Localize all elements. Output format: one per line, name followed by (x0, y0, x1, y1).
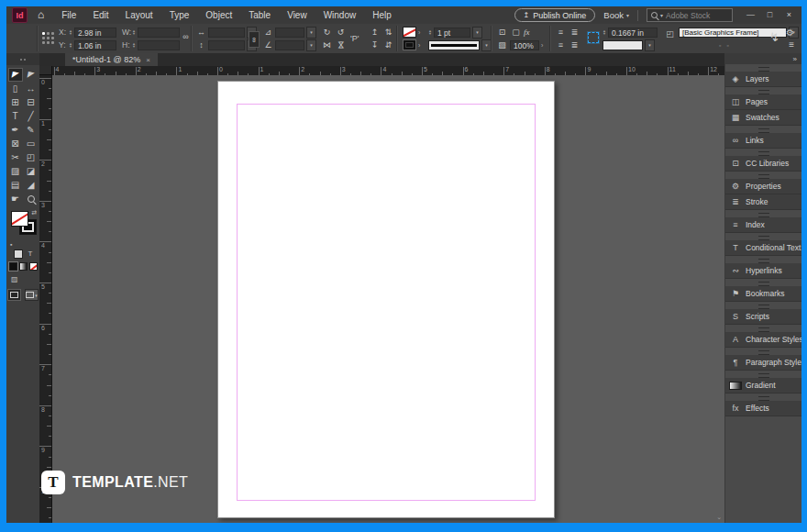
stroke-weight-field[interactable]: 1 pt (434, 28, 470, 38)
height-field[interactable] (138, 40, 180, 50)
panel-button[interactable]: ⊡ CC Libraries (725, 156, 801, 172)
distribute-horizontal-button[interactable]: ⇵ (382, 39, 394, 50)
panel-button[interactable]: ∾ Hyperlinks (725, 263, 801, 279)
menu-item[interactable]: Type (161, 6, 198, 24)
pencil-tool[interactable]: ✎ (24, 123, 39, 137)
rotate-ccw-button[interactable]: ↺ (335, 27, 347, 38)
panel-button[interactable]: ⚑ Bookmarks (725, 286, 801, 302)
quick-apply-icon[interactable]: ↯ (769, 30, 779, 44)
width-field[interactable] (138, 28, 180, 38)
panel-button[interactable]: S Scripts (725, 309, 801, 325)
pasteboard[interactable]: ⌄ (52, 75, 724, 523)
document-tab[interactable]: *Untitled-1 @ 82% × (65, 53, 158, 66)
selection-tool[interactable]: ◤ (8, 68, 23, 82)
expand-panels-icon[interactable]: » (793, 55, 797, 63)
y-stepper[interactable]: ▲▼ (69, 42, 72, 48)
apply-none-button[interactable] (29, 262, 38, 271)
flip-vertical-button[interactable]: ⋈ (336, 39, 347, 51)
panel-button[interactable]: ≣ Stroke (725, 194, 801, 210)
fill-color-swatch[interactable] (403, 27, 416, 38)
menu-item[interactable]: View (279, 6, 315, 24)
view-options-icon[interactable]: ▨ (11, 275, 18, 283)
publish-online-button[interactable]: ↥ Publish Online (514, 8, 596, 22)
chevron-down-icon[interactable]: ▾ (645, 39, 655, 51)
panel-group-grip[interactable] (725, 149, 801, 156)
indesign-app-icon[interactable]: Id (12, 7, 28, 23)
minimize-button[interactable]: — (741, 6, 760, 24)
wrap-bounding-button[interactable]: ≣ (569, 27, 580, 38)
panel-group-grip[interactable] (725, 348, 801, 355)
scale-x-field[interactable] (208, 28, 245, 38)
rotation-angle-field[interactable] (275, 28, 304, 38)
panel-button[interactable]: ∞ Links (725, 133, 801, 149)
height-stepper[interactable]: ▲▼ (132, 42, 136, 48)
document-page[interactable] (217, 81, 555, 518)
clear-overrides-icon[interactable]: ▫ (726, 42, 728, 49)
preview-mode-button[interactable]: ▾ (25, 289, 39, 301)
stroke-type-dropdown[interactable] (428, 40, 480, 50)
menu-item[interactable]: Layout (117, 6, 161, 24)
note-tool[interactable]: ▤ (8, 178, 23, 192)
panel-group-grip[interactable] (725, 87, 801, 94)
menu-item[interactable]: Window (315, 6, 365, 24)
panel-button[interactable]: ⚙ Properties (725, 179, 801, 194)
panel-button[interactable]: A Character Styles (725, 332, 801, 348)
panel-group-grip[interactable] (725, 279, 801, 286)
ruler-origin-corner[interactable] (39, 66, 52, 75)
constrain-scale-icon[interactable]: ∞ (249, 31, 260, 48)
panel-button[interactable]: ¶ Paragraph Styles (725, 355, 801, 371)
line-tool[interactable]: ╱ (24, 109, 39, 123)
stroke-color-swatch[interactable] (403, 39, 416, 50)
gradient-swatch-tool[interactable]: ▨ (8, 164, 23, 178)
rectangle-tool[interactable]: ▭ (24, 137, 39, 150)
frame-edges-icon[interactable] (588, 32, 599, 43)
chevron-right-icon[interactable]: › (541, 42, 543, 49)
stroke-weight-stepper[interactable]: ▲▼ (428, 29, 432, 35)
style-override-icon[interactable]: ▫ (719, 42, 721, 49)
corner-radius-field[interactable]: 0.1667 in (608, 28, 658, 38)
scroll-chevron-icon[interactable]: ⌄ (716, 514, 722, 521)
panel-group-grip[interactable] (725, 371, 801, 378)
menu-item[interactable]: Table (240, 6, 279, 24)
gear-icon[interactable]: ⚙ (786, 28, 794, 38)
preview-dropdown[interactable] (602, 40, 643, 50)
direct-selection-tool[interactable]: ◤ (24, 68, 39, 82)
panel-group-grip[interactable] (725, 126, 801, 133)
scissors-tool[interactable]: ✂ (8, 150, 23, 164)
wrap-none-button[interactable]: ≡ (555, 27, 567, 38)
panel-group-grip[interactable] (725, 210, 801, 217)
content-placer-tool[interactable]: ⊟ (24, 95, 39, 109)
chevron-down-icon[interactable]: ▾ (306, 39, 316, 51)
close-tab-icon[interactable]: × (146, 56, 150, 64)
hand-tool[interactable]: ☛ (8, 192, 23, 205)
panel-group-grip[interactable] (725, 172, 801, 179)
y-field[interactable]: 1.06 in (74, 40, 116, 50)
adobe-stock-search[interactable]: ▾ Adobe Stock (647, 8, 733, 22)
align-top-button[interactable]: ↥ (369, 27, 381, 38)
formatting-container-button[interactable] (14, 249, 23, 259)
type-tool[interactable]: T (8, 109, 23, 123)
tools-panel-grip[interactable] (6, 53, 39, 65)
normal-mode-button[interactable] (7, 289, 21, 301)
rotate-cw-button[interactable]: ↻ (321, 27, 333, 38)
align-bottom-button[interactable]: ↧ (369, 39, 381, 50)
chevron-right-icon[interactable]: › (418, 29, 420, 36)
page-tool[interactable]: ▯ (8, 82, 23, 95)
vertical-ruler[interactable]: 01234567891011 (39, 75, 52, 523)
panel-button[interactable]: T Conditional Text (725, 240, 801, 256)
home-icon[interactable]: ⌂ (38, 6, 44, 24)
panel-group-grip[interactable] (725, 233, 801, 240)
panel-button[interactable]: Gradient (725, 378, 801, 393)
panel-button[interactable]: ≡ Index (725, 217, 801, 233)
swap-fill-stroke-icon[interactable]: ⇄ (31, 209, 37, 216)
fill-swatch[interactable] (11, 211, 28, 227)
corner-options-icon[interactable]: ◰ (665, 29, 675, 39)
panel-group-grip[interactable] (725, 302, 801, 309)
opacity-field[interactable]: 100% (510, 40, 539, 50)
wrap-object-button[interactable]: ≡ (555, 39, 567, 50)
free-transform-tool[interactable]: ◰ (24, 150, 39, 164)
apply-gradient-button[interactable] (19, 262, 28, 271)
panel-button[interactable]: ◈ Layers (725, 72, 801, 87)
frame-tool[interactable]: ⊠ (8, 137, 23, 150)
shear-angle-field[interactable] (275, 40, 304, 50)
